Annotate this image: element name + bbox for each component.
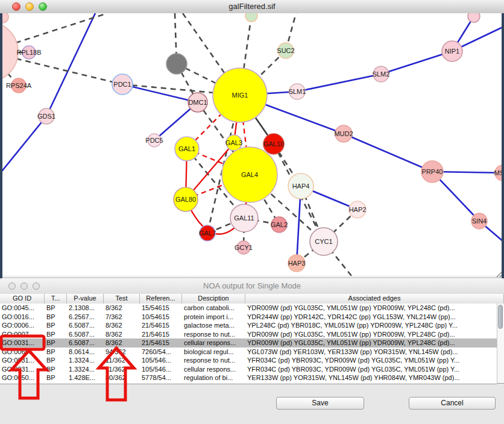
node-label-DMC1: DMC1 (188, 99, 207, 106)
edge-pp[interactable] (381, 51, 452, 74)
node-label-GCY1: GCY1 (235, 244, 253, 251)
cell: 6.5087... (67, 330, 104, 339)
cell: 105/546... (140, 356, 182, 365)
cell: 21/54615 (140, 330, 182, 339)
cell: 6.5087... (67, 321, 104, 330)
cell: BP (45, 348, 67, 357)
cell: 8/362 (104, 338, 140, 348)
cell: YDR009W (pd) YGL035C, YML051W (pp) YDR00… (245, 304, 497, 313)
table-row[interactable]: GO:0016...BP6.2567...7/36210/54615protei… (0, 313, 497, 322)
node-label-GAL2: GAL2 (271, 221, 288, 228)
screen: galFiltered.sif RPL18BRPS24AGDS1PDC1DMC1… (0, 0, 504, 424)
node-label-PRP40: PRP40 (422, 168, 443, 175)
cell: 6.2567... (67, 313, 104, 322)
node-label-HAP2: HAP2 (349, 206, 367, 213)
table-row[interactable]: GO:0050...BP1.428E...80/3625778/54...reg… (0, 373, 497, 382)
cell: BP (45, 304, 67, 313)
node-label-GAL3: GAL3 (225, 139, 242, 146)
cell: 1.428E... (67, 373, 104, 382)
column-header-associated-edges[interactable]: Associated edges (245, 294, 504, 304)
cell: YER133W (pp) YOR315W, YNL145W (pd) YHR08… (245, 373, 497, 382)
node-label-GAL4: GAL4 (241, 171, 258, 178)
node-gray1[interactable] (166, 54, 187, 74)
node-label-PDC1: PDC1 (113, 81, 131, 88)
cell: response to nut... (182, 356, 245, 365)
column-header-go-id[interactable]: GO ID (0, 294, 45, 304)
column-header-p-value[interactable]: P-value (67, 294, 104, 304)
noa-titlebar[interactable]: NOA output for Single Mode (0, 278, 504, 295)
cell: GO:0007... (0, 330, 45, 339)
cell: 8/362 (104, 304, 140, 313)
cell: BP (45, 373, 67, 382)
cell: 10/54615 (140, 313, 182, 322)
node-label-SUC2: SUC2 (277, 47, 294, 54)
vertical-scrollbar[interactable] (497, 304, 504, 384)
cell: YFR034C (pd) YBR093C, YDR009W (pd) YGL03… (245, 356, 497, 365)
node-label-GAL1: GAL1 (178, 145, 195, 152)
edge-pp[interactable] (46, 13, 95, 116)
network-window: galFiltered.sif RPL18BRPS24AGDS1PDC1DMC1… (0, 0, 504, 278)
cell: GO:0050... (0, 373, 45, 382)
node-label-RPL18B: RPL18B (17, 49, 42, 56)
cell: 11/362 (104, 356, 140, 365)
node-label-SIN4: SIN4 (472, 217, 487, 225)
network-view-border-left (0, 13, 2, 278)
cell: biological regul... (182, 348, 245, 357)
network-canvas[interactable]: RPL18BRPS24AGDS1PDC1DMC1MIG1SUC2SLM1SLM2… (0, 13, 504, 278)
node-label-GAL11: GAL11 (234, 214, 254, 222)
cell: BP (45, 313, 67, 322)
cell: YDR009W (pd) YGL035C, YML051W (pp) YDR00… (245, 330, 497, 339)
cell: 1.3324... (67, 365, 104, 374)
table-row[interactable]: GO:0031...BP6.5087...8/36221/54615cellul… (0, 338, 497, 348)
network-window-title: galFiltered.sif (0, 0, 504, 13)
column-header-test[interactable]: Test (104, 294, 140, 304)
node-label-MIG1: MIG1 (232, 92, 248, 99)
cell: 7260/54... (140, 348, 182, 357)
table-row[interactable]: GO:0031...BP1.3324...11/362105/546...res… (0, 356, 497, 365)
node-label-SLM1: SLM1 (289, 88, 306, 95)
table-row[interactable]: GO:0045...BP2.1308...8/36215/54615carbon… (0, 304, 497, 313)
cell: 80/362 (104, 373, 140, 382)
cell: carbon cataboli... (182, 304, 245, 313)
cell: YFR034C (pd) YBR093C, YDR009W (pd) YGL03… (245, 365, 497, 374)
table-body[interactable]: GO:0045...BP2.1308...8/36215/54615carbon… (0, 304, 497, 384)
column-header-referen-[interactable]: Referen... (140, 294, 182, 304)
node-label-HAP4: HAP4 (292, 182, 310, 190)
edge-pp[interactable] (297, 74, 381, 92)
cell: BP (45, 321, 67, 330)
cell: GO:0031... (0, 356, 45, 365)
cell: 15/54615 (140, 304, 182, 313)
cell: BP (45, 365, 67, 374)
cell: BP (45, 330, 67, 339)
edge-pp[interactable] (0, 116, 46, 173)
node-bigleft[interactable] (0, 22, 18, 82)
column-header-desciption[interactable]: Desciption (182, 294, 245, 304)
cell: 21/54615 (140, 321, 182, 330)
table-row[interactable]: GO:0031...BP1.3324...11/362105/546...cel… (0, 365, 497, 374)
table-row[interactable]: GO:0007...BP6.5087...8/36221/54615respon… (0, 330, 497, 339)
table-row[interactable]: GO:0006...BP6.5087...8/36221/54615galact… (0, 321, 497, 330)
network-view-border-right (502, 13, 504, 278)
cancel-button[interactable]: Cancel (409, 397, 496, 410)
table-row[interactable]: GO:0065...BP8.0614...94/3627260/54...bio… (0, 348, 497, 357)
node-topgreen[interactable] (245, 13, 257, 22)
edge-pp[interactable] (344, 134, 432, 172)
cell: GO:0065... (0, 348, 45, 357)
table-header-row: GO IDT...P-valueTestReferen...Desciption… (0, 294, 504, 304)
cell: 11/362 (104, 365, 140, 374)
cell: GO:0031... (0, 338, 45, 348)
node-label-NIP1: NIP1 (445, 48, 459, 55)
node-label-GDS1: GDS1 (37, 113, 55, 120)
column-header-t-[interactable]: T... (45, 294, 67, 304)
cell: YDR244W (pp) YDR142C, YDR142C (pp) YGL15… (245, 313, 497, 322)
save-button[interactable]: Save (276, 397, 364, 410)
network-titlebar[interactable]: galFiltered.sif (0, 0, 504, 14)
edge-pp[interactable] (122, 84, 198, 102)
cell: 8.0614... (67, 348, 104, 357)
cell: 2.1308... (67, 304, 104, 313)
cell: BP (45, 356, 67, 365)
scrollbar-thumb[interactable] (498, 305, 503, 329)
cell: BP (45, 338, 67, 348)
node-toppink[interactable] (468, 13, 480, 22)
node-label-HAP3: HAP3 (288, 260, 306, 267)
